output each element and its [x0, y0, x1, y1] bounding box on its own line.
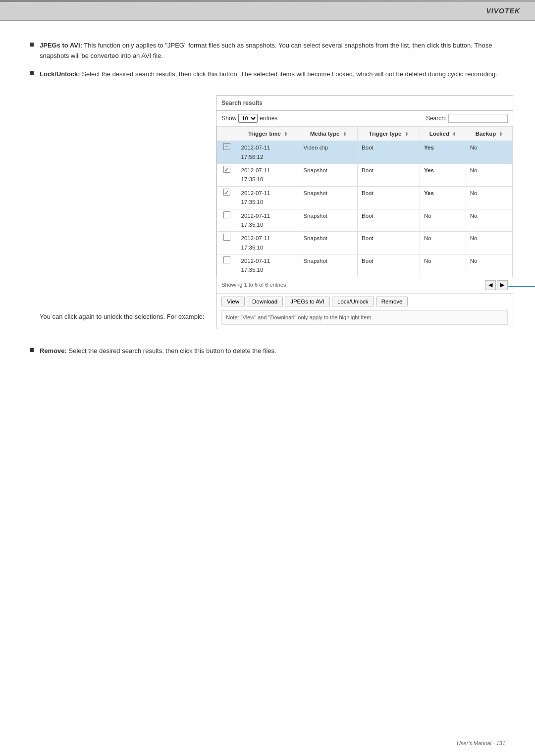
row-trigger-type: Boot [358, 209, 420, 232]
checkbox[interactable] [223, 143, 230, 150]
table-controls: Show 10 25 50 entries Search: [216, 111, 513, 126]
prev-page-button[interactable]: ◀ [485, 280, 496, 290]
row-trigger-time: 2012-07-1117:35:10 [237, 186, 299, 209]
pagination-buttons: ◀ ▶ [485, 280, 508, 290]
search-results-box: Search results Show 10 25 50 entries [216, 95, 513, 329]
bullet-text-remove: Remove: Select the desired search result… [40, 346, 505, 356]
row-trigger-time: 2012-07-1117:35:10 [237, 163, 299, 186]
checkbox[interactable] [223, 211, 230, 218]
checkbox[interactable] [223, 256, 230, 263]
row-media-type: Snapshot [299, 163, 358, 186]
show-entries-control: Show 10 25 50 entries [221, 114, 277, 123]
jpegs-to-avi-button[interactable]: JPEGs to AVI [285, 297, 330, 306]
bullet-icon-remove [30, 348, 34, 352]
row-trigger-time: 2012-07-1117:35:10 [237, 232, 299, 254]
checkbox[interactable] [223, 234, 230, 241]
header-bar: VIVOTEK [0, 2, 535, 21]
col-header-backup[interactable]: Backup ⇕ [466, 126, 512, 141]
row-trigger-type: Boot [358, 141, 420, 164]
row-backup: No [466, 186, 512, 209]
row-trigger-type: Boot [358, 163, 420, 186]
row-trigger-time: 2012-07-1117:35:10 [237, 254, 299, 277]
row-checkbox-cell[interactable] [217, 141, 237, 164]
lock-unlock-button[interactable]: Lock/Unlock [332, 297, 374, 306]
bullet-text-jpegs: JPEGs to AVI: This function only applies… [40, 41, 505, 61]
bullet-text-lock: Lock/Unlock: Select the desired search r… [40, 69, 505, 339]
checkbox[interactable] [223, 166, 230, 173]
row-media-type: Snapshot [299, 254, 358, 277]
table-row[interactable]: 2012-07-1117:35:10SnapshotBootYesNo [217, 186, 513, 209]
row-checkbox-cell[interactable] [217, 254, 237, 277]
bullet-item-jpegs: JPEGs to AVI: This function only applies… [30, 41, 505, 61]
row-trigger-time: 2012-07-1117:35:10 [237, 209, 299, 232]
entries-label: entries [260, 114, 277, 123]
search-input[interactable] [448, 114, 508, 123]
row-locked: Yes [420, 141, 466, 164]
row-media-type: Video clip [299, 141, 358, 164]
note-box: Note: "View" and "Download" only apply t… [221, 310, 508, 325]
download-button[interactable]: Download [247, 297, 283, 306]
row-trigger-time: 2012-07-1117:56:12 [237, 141, 299, 164]
table-row[interactable]: 2012-07-1117:35:10SnapshotBootNoNo [217, 209, 513, 232]
search-control: Search: [426, 114, 508, 123]
row-backup: No [466, 209, 512, 232]
row-checkbox-cell[interactable] [217, 163, 237, 186]
search-label: Search: [426, 114, 446, 123]
row-trigger-type: Boot [358, 186, 420, 209]
row-media-type: Snapshot [299, 186, 358, 209]
footer-text: User's Manual - 131 [457, 740, 505, 746]
row-locked: No [420, 232, 466, 254]
row-media-type: Snapshot [299, 209, 358, 232]
bullet-title-jpegs: JPEGs to AVI: [40, 42, 82, 49]
row-locked: Yes [420, 163, 466, 186]
showing-entries-text: Showing 1 to 6 of 6 entries [221, 281, 286, 290]
col-header-locked[interactable]: Locked ⇕ [420, 126, 466, 141]
table-header-row: Trigger time ⇕ Media type ⇕ Trigger type… [217, 126, 513, 141]
row-checkbox-cell[interactable] [217, 232, 237, 254]
entries-select[interactable]: 10 25 50 [238, 114, 258, 123]
col-header-media[interactable]: Media type ⇕ [299, 126, 358, 141]
bullet-title-remove: Remove: [40, 347, 67, 354]
next-page-button[interactable]: ▶ [497, 280, 508, 290]
row-backup: No [466, 141, 512, 164]
row-checkbox-cell[interactable] [217, 186, 237, 209]
row-locked: No [420, 254, 466, 277]
content-area: JPEGs to AVI: This function only applies… [0, 21, 535, 394]
row-locked: Yes [420, 186, 466, 209]
table-row[interactable]: 2012-07-1117:35:10SnapshotBootNoNo [217, 254, 513, 277]
row-locked: No [420, 209, 466, 232]
row-backup: No [466, 254, 512, 277]
row-backup: No [466, 163, 512, 186]
table-row[interactable]: 2012-07-1117:35:10SnapshotBootNoNo [217, 232, 513, 254]
row-trigger-type: Boot [358, 254, 420, 277]
table-footer: Showing 1 to 6 of 6 entries ◀ ▶ Click to… [216, 277, 513, 293]
row-trigger-type: Boot [358, 232, 420, 254]
col-header-trigger[interactable]: Trigger time ⇕ [237, 126, 299, 141]
bullet-item-lock: Lock/Unlock: Select the desired search r… [30, 69, 505, 339]
annotation-line [508, 286, 535, 287]
row-backup: No [466, 232, 512, 254]
checkbox[interactable] [223, 189, 230, 196]
table-row[interactable]: 2012-07-1117:35:10SnapshotBootYesNo [217, 163, 513, 186]
note-text: Note: "View" and "Download" only apply t… [226, 314, 371, 320]
table-row[interactable]: 2012-07-1117:56:12Video clipBootYesNo [217, 141, 513, 164]
remove-button[interactable]: Remove [376, 297, 408, 306]
page-wrapper: VIVOTEK JPEGs to AVI: This function only… [0, 0, 535, 756]
bullet-item-remove: Remove: Select the desired search result… [30, 346, 505, 356]
action-buttons: View Download JPEGs to AVI Lock/Unlock R… [216, 293, 513, 310]
bullet-title-lock: Lock/Unlock: [40, 70, 80, 78]
search-results-title: Search results [216, 96, 513, 110]
show-label: Show [221, 114, 236, 123]
bullet-icon-lock [30, 71, 34, 75]
row-checkbox-cell[interactable] [217, 209, 237, 232]
col-header-trigtype[interactable]: Trigger type ⇕ [358, 126, 420, 141]
results-table: Trigger time ⇕ Media type ⇕ Trigger type… [216, 126, 513, 277]
view-button[interactable]: View [221, 297, 245, 306]
annotation-wrapper: ◀ ▶ Click to browsepages [485, 280, 508, 290]
row-media-type: Snapshot [299, 232, 358, 254]
table-body: 2012-07-1117:56:12Video clipBootYesNo201… [217, 141, 513, 277]
bullet-icon-jpegs [30, 43, 34, 47]
brand-name: VIVOTEK [486, 7, 520, 15]
page-footer: User's Manual - 131 [457, 740, 505, 746]
col-header-check [217, 126, 237, 141]
